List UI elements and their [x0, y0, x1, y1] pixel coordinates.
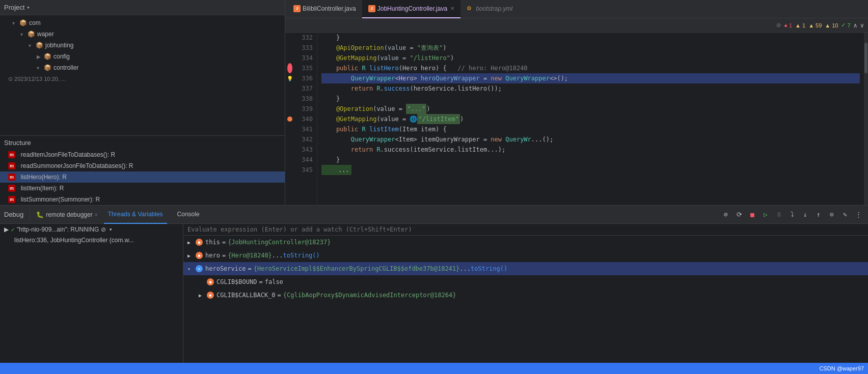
debug-tab-threads[interactable]: Threads & Variables: [104, 206, 167, 224]
remote-debugger-close[interactable]: ✕: [95, 212, 98, 217]
tree-item-controller[interactable]: ▾ 📦 controller: [0, 62, 285, 73]
editor-area: J BilibliController.java J JobHuntingCon…: [285, 0, 868, 205]
main-layout: Project ▾ ▾ 📦 com ▾ 📦 waper ▾ 📦: [0, 0, 868, 374]
warn-count-59: 59: [816, 22, 822, 28]
code-line-338: }: [321, 94, 860, 104]
breakpoint-340[interactable]: [287, 117, 292, 122]
linenum-338: 338: [294, 94, 313, 104]
code-342-end: ...();: [531, 134, 553, 145]
var-heroservice-tostring-link[interactable]: toString(): [471, 265, 507, 272]
var-this-value: {JobHuntingController@18237}: [228, 239, 331, 246]
tab-jobhunting[interactable]: J JobHuntingController.java ✕: [362, 0, 460, 18]
code-343-return: return: [321, 145, 376, 155]
eval-bar: [183, 224, 868, 236]
structure-item-readitem[interactable]: m · readItemJsonFileToDatabases(): R: [0, 149, 285, 160]
structure-item-readsummoner[interactable]: m · readSummonerJsonFileToDatabases(): R: [0, 160, 285, 171]
thread-item-main[interactable]: ▶ ✓ "http-nio-909...ain": RUNNING ⊘ ▾: [0, 224, 183, 235]
tree-label-waper: waper: [37, 31, 54, 38]
debug-remote-tab[interactable]: 🐛 remote debugger ✕: [36, 211, 97, 218]
tree-item-waper[interactable]: ▾ 📦 waper: [0, 28, 285, 40]
code-scrollbar[interactable]: [864, 33, 868, 205]
tab-label-bilibili: BilibliController.java: [303, 5, 356, 12]
warn-count-10: 10: [832, 22, 838, 28]
var-heroservice-ellipsis: ...: [459, 265, 471, 272]
debug-btn-resume[interactable]: ▷: [760, 209, 771, 220]
nav-down-btn[interactable]: ∨: [860, 22, 864, 29]
debug-btn-step-into[interactable]: ↓: [800, 209, 811, 220]
structure-label-listhero: listHero(Hero): R: [21, 174, 67, 181]
structure-item-listsummoner[interactable]: m · listSummoner(Summoner): R: [0, 194, 285, 205]
debug-btn-more[interactable]: ⋮: [853, 209, 864, 220]
file-tree: ▾ 📦 com ▾ 📦 waper ▾ 📦 jobhunting ▶ 📦: [0, 15, 285, 135]
remote-debugger-label: remote debugger: [46, 211, 92, 218]
code-341-method: listItem: [369, 124, 399, 134]
var-hero[interactable]: ▶ ● hero = {Hero@18240} ... toString(): [183, 249, 868, 262]
debug-btn-pause[interactable]: ⏸: [773, 209, 784, 220]
gutter-342: [285, 134, 294, 145]
debug-btn-filter[interactable]: ⊘: [720, 209, 731, 220]
package-icon-controller: 📦: [44, 64, 51, 71]
thread-filter-icon[interactable]: ⊘: [101, 226, 106, 233]
structure-item-listhero[interactable]: m · listHero(Hero): R: [0, 171, 285, 183]
debug-btn-step-over[interactable]: ⤵: [786, 209, 798, 220]
linenum-341: 341: [294, 124, 313, 134]
warn-icon-10: ▲: [825, 22, 830, 28]
method-icon-listitem: m: [8, 185, 15, 192]
var-heroservice[interactable]: ▾ ∞ heroService = {HeroServiceImpl$$Enha…: [183, 262, 868, 275]
filter-icon: ⊘: [724, 211, 728, 218]
code-334-param: value =: [381, 53, 410, 63]
var-this[interactable]: ▶ ● this = {JobHuntingController@18237}: [183, 236, 868, 249]
method-icon-readsummoner: m: [8, 162, 15, 169]
left-panel: Project ▾ ▾ 📦 com ▾ 📦 waper ▾ 📦: [0, 0, 285, 205]
badge-ok-7: ✓ 7: [841, 22, 850, 28]
debug-btn-run-to[interactable]: ⊙: [826, 209, 837, 220]
pause-icon: ⏸: [776, 211, 782, 218]
tree-item-config[interactable]: ▶ 📦 config: [0, 51, 285, 62]
ok-icon: ✓: [841, 22, 846, 28]
java-icon-bilibili: J: [293, 5, 301, 12]
debug-header: Debug 🐛 remote debugger ✕ Threads & Vari…: [0, 206, 868, 224]
var-cglib-callback[interactable]: ▶ ● CGLIB$CALLBACK_0 = {CglibAopProxy$Dy…: [183, 289, 868, 302]
var-heroservice-name: heroService: [205, 265, 246, 272]
breakpoint-335[interactable]: [287, 63, 292, 73]
run-to-icon: ⊙: [830, 211, 834, 218]
java-icon-jobhunting: J: [368, 5, 375, 12]
var-hero-tostring-link[interactable]: toString(): [283, 252, 320, 259]
var-cglib-bound[interactable]: ● CGLIB$BOUND = false: [183, 275, 868, 289]
code-332-content: }: [321, 33, 340, 43]
tree-item-jobhunting[interactable]: ▾ 📦 jobhunting: [0, 40, 285, 51]
code-337-return: return: [321, 83, 376, 94]
code-336-rest: <>();: [550, 73, 568, 83]
stack-frame-listhero[interactable]: listHero:336, JobHuntingController (com.…: [0, 235, 183, 245]
debug-btn-step-out[interactable]: ↑: [813, 209, 824, 220]
code-345-content: ...: [321, 165, 351, 175]
var-heroservice-icon: ∞: [196, 265, 203, 272]
structure-item-listitem[interactable]: m · listItem(Item): R: [0, 183, 285, 194]
tree-arrow-com: ▾: [12, 20, 17, 26]
code-line-340: @GetMapping(value = 🌐"/listItem"): [321, 114, 860, 124]
scroll-thumb: [864, 43, 867, 73]
code-line-339: @Operation(value = "..."): [321, 104, 860, 114]
tab-bilibili[interactable]: J BilibliController.java: [287, 0, 362, 18]
debug-btn-rerun[interactable]: ⟳: [734, 209, 745, 220]
code-334-close: ): [450, 53, 454, 63]
debug-btn-stop[interactable]: ■: [747, 209, 758, 220]
code-334-annotation: @GetMapping: [321, 53, 376, 63]
method-icon-listsummoner: m: [8, 196, 15, 203]
ok-count: 7: [847, 22, 850, 28]
var-cglib-callback-icon: ●: [207, 292, 214, 299]
tab-close-jobhunting[interactable]: ✕: [450, 6, 454, 11]
tab-bootstrap[interactable]: ⚙ bootstrap.yml: [460, 0, 519, 18]
eval-input[interactable]: [187, 226, 864, 233]
gutter-335: [285, 63, 294, 73]
nav-up-btn[interactable]: ∧: [854, 22, 857, 29]
linenum-344: 344: [294, 155, 313, 165]
debug-tab-console[interactable]: Console: [173, 206, 204, 224]
tree-item-com[interactable]: ▾ 📦 com: [0, 17, 285, 28]
debug-btn-mute[interactable]: ✎: [839, 209, 851, 220]
tree-label-controller: controller: [53, 64, 78, 71]
top-section: Project ▾ ▾ 📦 com ▾ 📦 waper ▾ 📦: [0, 0, 868, 205]
code-338-content: }: [321, 94, 340, 104]
structure-section: Structure m · readItemJsonFileToDatabase…: [0, 136, 285, 205]
package-icon-config: 📦: [44, 53, 51, 60]
